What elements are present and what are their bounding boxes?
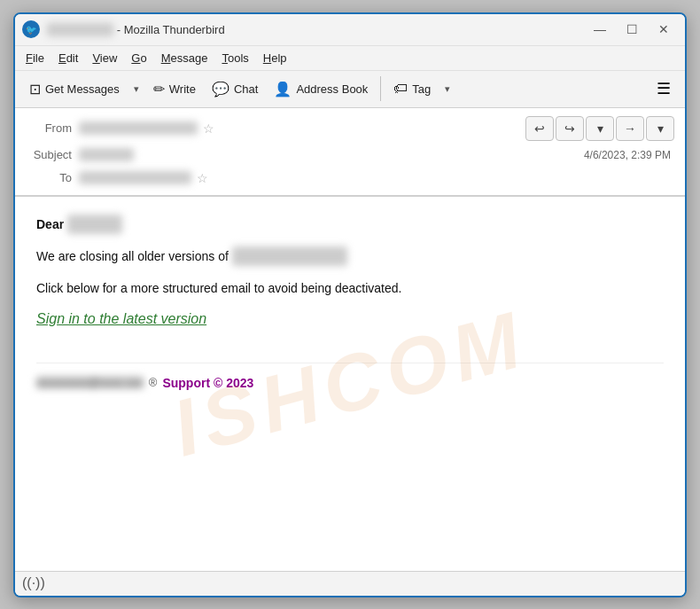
title-suffix: - Mozilla Thunderbird [117, 23, 225, 36]
menu-help[interactable]: Help [256, 50, 294, 66]
paragraph1-prefix: We are closing all older versions of [36, 249, 232, 263]
write-button[interactable]: ✏ Write [146, 77, 203, 101]
chat-button[interactable]: 💬 Chat [205, 77, 265, 101]
activity-icon: ((·)) [22, 575, 45, 591]
write-label: Write [169, 82, 196, 96]
paragraph2: Click below for a more structured email … [36, 278, 664, 298]
get-messages-icon: ⊡ [29, 81, 41, 98]
close-button[interactable]: ✕ [649, 19, 678, 40]
to-label: To [26, 171, 79, 184]
from-star-icon[interactable]: ☆ [203, 121, 214, 136]
chat-label: Chat [234, 82, 258, 96]
status-bar: ((·)) [15, 571, 685, 596]
title-bar-text: xxxxxxxx.xxx - Mozilla Thunderbird [47, 23, 586, 36]
subject-row: Subject xxxxxx.xxx 4/6/2023, 2:39 PM [26, 144, 674, 167]
greeting-prefix: Dear [36, 217, 67, 231]
tag-label: Tag [412, 82, 431, 96]
from-value-container: xxxxxxxxxx@xxxxx.xxx ☆ [79, 121, 525, 136]
footer: xxxxxxxxx@xxxx.xxx ® Support © 2023 [36, 363, 664, 390]
paragraph1-domain: xxxxxxxxx@xxxx.xxx [232, 246, 347, 266]
write-icon: ✏ [153, 81, 165, 98]
chat-icon: 💬 [212, 81, 229, 98]
date-time: 4/6/2023, 2:39 PM [584, 149, 674, 161]
app-icon-letter: 🐦 [26, 25, 36, 35]
toolbar: ⊡ Get Messages ▾ ✏ Write 💬 Chat 👤 Addres… [15, 71, 685, 108]
from-row: From xxxxxxxxxx@xxxxx.xxx ☆ ↩ ↪ ▾ → ▾ [26, 113, 674, 144]
tag-icon: 🏷 [393, 81, 408, 97]
sign-in-link[interactable]: Sign in to the latest version [36, 311, 206, 327]
subject-label: Subject [26, 148, 79, 161]
get-messages-label: Get Messages [45, 82, 120, 96]
toolbar-separator [380, 76, 381, 101]
hamburger-button[interactable]: ☰ [649, 75, 678, 102]
title-controls: — ☐ ✕ [586, 19, 678, 40]
email-body: ISHCOM Dear xxxxxxxx We are closing all … [15, 197, 685, 571]
email-header: From xxxxxxxxxx@xxxxx.xxx ☆ ↩ ↪ ▾ → ▾ Su… [15, 108, 685, 196]
footer-support: Support © 2023 [162, 376, 253, 390]
tag-button[interactable]: 🏷 Tag [386, 77, 438, 100]
more-actions-button[interactable]: ▾ [646, 116, 674, 141]
thunderbird-window: 🐦 xxxxxxxx.xxx - Mozilla Thunderbird — ☐… [13, 12, 687, 597]
get-messages-dropdown[interactable]: ▾ [128, 76, 144, 101]
closing-paragraph: We are closing all older versions of xxx… [36, 246, 664, 266]
dear-text: Dear xxxxxxxx [36, 217, 122, 231]
get-messages-button[interactable]: ⊡ Get Messages [22, 77, 127, 101]
footer-reg: ® [149, 376, 158, 389]
menu-file[interactable]: File [19, 50, 51, 66]
to-star-icon[interactable]: ☆ [197, 171, 208, 185]
subject-value: xxxxxx.xxx [79, 148, 134, 161]
reply-dropdown-button[interactable]: ▾ [586, 116, 614, 141]
menu-bar: File Edit View Go Message Tools Help [15, 46, 685, 71]
subject-value-container: xxxxxx.xxx [79, 148, 584, 161]
minimize-button[interactable]: — [586, 19, 614, 40]
tag-dropdown[interactable]: ▾ [439, 76, 455, 101]
to-value: xxxxxxxxx@xxxxx.xxx [79, 171, 191, 184]
menu-tools[interactable]: Tools [214, 50, 255, 66]
menu-view[interactable]: View [85, 50, 124, 66]
hamburger-icon: ☰ [657, 80, 671, 98]
to-row: To xxxxxxxxx@xxxxx.xxx ☆ [26, 167, 674, 190]
greeting-name: xxxxxxxx [67, 215, 122, 234]
reply-all-button[interactable]: ↪ [556, 116, 584, 141]
address-book-button[interactable]: 👤 Address Book [267, 77, 375, 101]
menu-go[interactable]: Go [124, 50, 153, 66]
maximize-button[interactable]: ☐ [618, 19, 646, 40]
reply-button[interactable]: ↩ [525, 116, 554, 141]
greeting-paragraph: Dear xxxxxxxx [36, 215, 664, 234]
footer-domain: xxxxxxxxx@xxxx.xxx [36, 376, 144, 389]
address-book-icon: 👤 [274, 81, 292, 98]
to-value-container: xxxxxxxxx@xxxxx.xxx ☆ [79, 171, 674, 185]
email-actions: ↩ ↪ ▾ → ▾ [525, 116, 674, 141]
from-value: xxxxxxxxxx@xxxxx.xxx [79, 121, 198, 135]
menu-message[interactable]: Message [154, 50, 215, 66]
app-icon: 🐦 [22, 20, 40, 38]
forward-button[interactable]: → [616, 116, 644, 141]
menu-edit[interactable]: Edit [51, 50, 85, 66]
title-bar: 🐦 xxxxxxxx.xxx - Mozilla Thunderbird — ☐… [15, 14, 685, 46]
from-label: From [26, 121, 79, 135]
address-book-label: Address Book [296, 82, 368, 96]
title-domain: xxxxxxxx.xxx [47, 23, 113, 36]
